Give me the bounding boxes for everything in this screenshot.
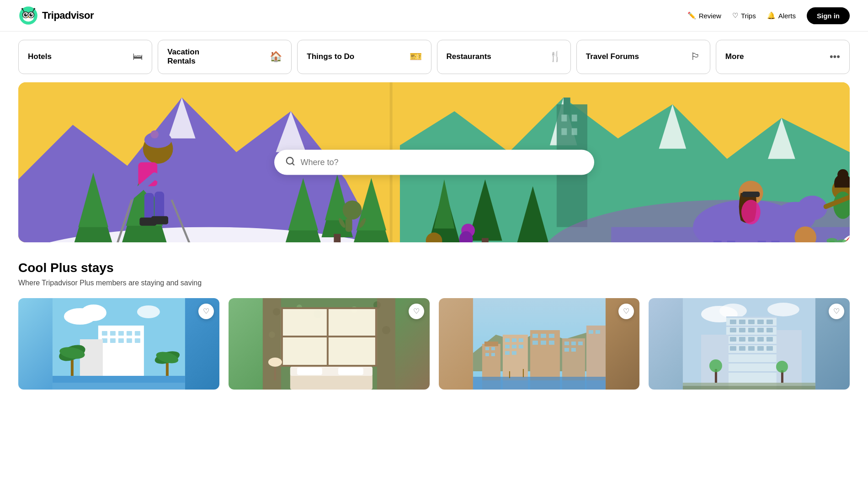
nav-tab-more[interactable]: More •••	[716, 40, 850, 74]
svg-rect-183	[595, 330, 600, 334]
search-input[interactable]	[301, 157, 583, 167]
alerts-action[interactable]: 🔔 Alerts	[767, 11, 796, 20]
heart-icon-card-1: ♡	[203, 307, 209, 315]
logo[interactable]: Tripadvisor	[18, 5, 94, 26]
svg-rect-162	[518, 338, 523, 342]
svg-rect-205	[730, 328, 736, 332]
main-navigation: Hotels 🛏 Vacation Rentals 🏠 Things to Do…	[0, 32, 868, 82]
heart-icon: ♡	[732, 11, 738, 20]
svg-rect-209	[767, 328, 773, 332]
svg-rect-179	[564, 348, 569, 352]
svg-point-34	[150, 130, 159, 139]
ellipsis-icon: •••	[830, 51, 840, 63]
svg-rect-214	[767, 337, 773, 342]
svg-rect-114	[110, 338, 116, 343]
svg-rect-223	[683, 386, 815, 390]
hotel-card-4[interactable]: ♡	[649, 298, 850, 390]
site-header: Tripadvisor ✏️ Review ♡ Trips 🔔 Alerts S…	[0, 0, 868, 32]
svg-rect-201	[739, 320, 746, 324]
svg-rect-136	[377, 298, 395, 390]
svg-rect-177	[571, 342, 575, 345]
nav-tab-restaurants[interactable]: Restaurants 🍴	[437, 40, 571, 74]
svg-rect-206	[739, 328, 746, 332]
search-icon	[285, 156, 295, 168]
sign-in-button[interactable]: Sign in	[807, 7, 850, 24]
nav-tab-vacation-rentals[interactable]: Vacation Rentals 🏠	[158, 40, 292, 74]
card-3-favorite-button[interactable]: ♡	[618, 304, 634, 319]
svg-rect-110	[118, 331, 124, 336]
svg-rect-196	[726, 344, 777, 345]
hotel-card-2[interactable]: ♡	[229, 298, 430, 390]
svg-rect-155	[485, 347, 489, 350]
pencil-icon: ✏️	[687, 11, 696, 20]
svg-rect-213	[757, 337, 764, 342]
hotel-card-1[interactable]: ♡	[18, 298, 219, 390]
card-scene-4	[649, 298, 850, 390]
svg-rect-117	[135, 338, 140, 343]
header-actions: ✏️ Review ♡ Trips 🔔 Alerts Sign in	[687, 7, 850, 24]
hero-banner	[18, 82, 850, 242]
svg-rect-185	[473, 380, 605, 390]
card-scene-2	[229, 298, 430, 390]
svg-rect-212	[748, 337, 755, 342]
svg-rect-78	[742, 192, 760, 197]
card-1-favorite-button[interactable]: ♡	[198, 304, 214, 319]
svg-rect-171	[548, 334, 554, 338]
svg-rect-112	[135, 331, 140, 336]
svg-rect-203	[757, 320, 764, 324]
svg-rect-161	[511, 338, 516, 342]
svg-rect-182	[588, 330, 593, 334]
trips-action[interactable]: ♡ Trips	[732, 11, 756, 20]
svg-rect-210	[730, 337, 736, 342]
svg-rect-109	[110, 331, 116, 336]
svg-rect-108	[102, 331, 107, 336]
svg-point-105	[81, 305, 107, 321]
flag-icon: 🏳	[691, 51, 701, 63]
card-2-favorite-button[interactable]: ♡	[409, 304, 424, 319]
heart-icon-card-3: ♡	[623, 307, 629, 315]
svg-rect-197	[726, 353, 777, 354]
svg-point-98	[837, 169, 848, 180]
hotel-card-3[interactable]: ♡	[439, 298, 640, 390]
section-title: Cool Plus stays	[18, 261, 850, 275]
svg-rect-163	[505, 345, 509, 348]
svg-rect-178	[578, 342, 582, 345]
svg-rect-176	[564, 342, 569, 345]
svg-rect-164	[511, 345, 516, 348]
svg-rect-204	[767, 320, 773, 324]
house-icon: 🏠	[270, 51, 282, 63]
search-bar	[274, 150, 594, 175]
svg-rect-115	[118, 338, 124, 343]
svg-rect-57	[482, 238, 489, 242]
svg-rect-198	[726, 362, 777, 363]
svg-rect-144	[281, 336, 377, 337]
svg-rect-202	[748, 320, 755, 324]
svg-point-77	[741, 200, 761, 224]
svg-rect-208	[757, 328, 764, 332]
svg-rect-45	[346, 218, 352, 232]
review-action[interactable]: ✏️ Review	[687, 11, 721, 20]
nav-tab-travel-forums[interactable]: Travel Forums 🏳	[576, 40, 710, 74]
svg-point-44	[343, 200, 362, 219]
nav-tab-hotels[interactable]: Hotels 🛏	[18, 40, 152, 74]
svg-rect-173	[540, 341, 546, 345]
fork-icon: 🍴	[549, 51, 561, 63]
svg-point-191	[767, 303, 799, 316]
svg-rect-73	[727, 240, 735, 242]
nav-tab-things-to-do[interactable]: Things to Do 🎫	[297, 40, 431, 74]
heart-icon-card-4: ♡	[833, 307, 840, 315]
section-subtitle: Where Tripadvisor Plus members are stayi…	[18, 279, 850, 287]
svg-rect-193	[726, 316, 777, 318]
cool-plus-section: Cool Plus stays Where Tripadvisor Plus m…	[0, 242, 868, 399]
svg-point-9	[33, 8, 35, 10]
svg-rect-167	[511, 351, 516, 355]
svg-rect-75	[772, 240, 780, 242]
card-4-favorite-button[interactable]: ♡	[829, 304, 844, 319]
svg-rect-211	[739, 337, 746, 342]
svg-rect-142	[281, 365, 377, 367]
svg-point-7	[31, 14, 32, 15]
ticket-icon: 🎫	[410, 51, 422, 63]
bed-icon: 🛏	[133, 51, 143, 63]
svg-rect-65	[572, 128, 577, 135]
svg-rect-195	[726, 335, 777, 336]
